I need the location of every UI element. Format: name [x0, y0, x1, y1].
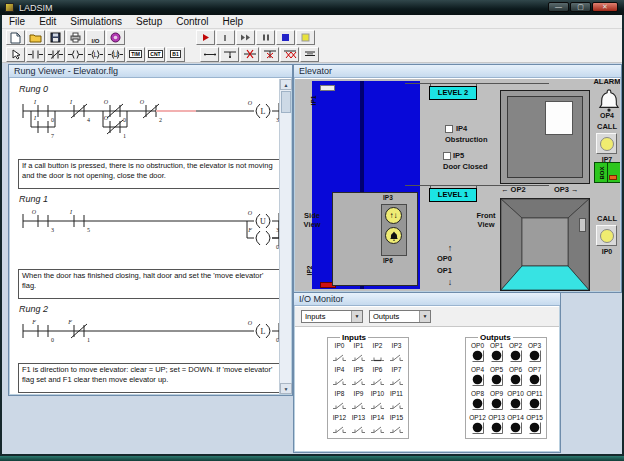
contact-no-button[interactable] — [26, 47, 45, 62]
pointer-icon — [11, 49, 21, 60]
delete-element-button[interactable] — [280, 47, 299, 62]
io-id-label: IP8 — [330, 390, 349, 397]
latch-coil-button[interactable]: L — [86, 47, 105, 62]
menu-help[interactable]: Help — [215, 15, 250, 29]
title-bar[interactable]: LADSIM — ▢ ✕ — [0, 0, 624, 15]
inputs-dropdown[interactable]: Inputs ▼ — [301, 310, 363, 323]
door-closed-checkbox[interactable] — [443, 152, 451, 160]
led-icon — [468, 349, 487, 367]
svg-text:O: O — [248, 210, 253, 216]
switch-icon — [349, 397, 368, 415]
led-icon — [487, 373, 506, 391]
scroll-down-button[interactable]: ▼ — [280, 383, 292, 394]
front-view-label: Front View — [471, 212, 501, 229]
menu-simulations[interactable]: Simulations — [63, 15, 129, 29]
add-horizontal-wire-button[interactable] — [200, 47, 219, 62]
call-bottom-button[interactable] — [596, 225, 617, 246]
input-ip1[interactable]: IP1 — [349, 342, 368, 366]
window-title: LADSIM — [19, 3, 53, 13]
rend-icon — [303, 49, 317, 59]
select-tool-button[interactable] — [6, 47, 25, 62]
delete-vertical-wire-button[interactable] — [260, 47, 279, 62]
rung-viewer-scrollbar[interactable]: ▲ ▼ — [279, 79, 291, 394]
svg-text:0: 0 — [51, 117, 54, 123]
input-ip10[interactable]: IP10 — [368, 390, 387, 414]
svg-text:0: 0 — [123, 117, 126, 123]
up-arrow: ↑ — [444, 243, 456, 253]
input-ip7[interactable]: IP7 — [387, 366, 406, 390]
hwire-icon — [203, 50, 217, 59]
input-ip3[interactable]: IP3 — [387, 342, 406, 366]
input-ip5[interactable]: IP5 — [349, 366, 368, 390]
door-panel — [545, 101, 573, 135]
delh-icon — [243, 49, 257, 59]
input-ip9[interactable]: IP9 — [349, 390, 368, 414]
fast-run-button[interactable] — [236, 30, 255, 45]
coil-icon — [68, 49, 83, 60]
io-id-label: IP4 — [330, 366, 349, 373]
chevron-down-icon[interactable]: ▼ — [419, 311, 430, 322]
io-id-label: IP6 — [368, 366, 387, 373]
open-file-button[interactable] — [26, 30, 45, 45]
add-vertical-wire-button[interactable] — [220, 47, 239, 62]
lift-interior — [500, 198, 590, 291]
run-button[interactable] — [196, 30, 215, 45]
pause-button[interactable] — [256, 30, 275, 45]
menu-file[interactable]: File — [2, 15, 32, 29]
delete-rung-button[interactable] — [300, 47, 319, 62]
maximize-button[interactable]: ▢ — [570, 2, 591, 12]
save-file-button[interactable] — [46, 30, 65, 45]
rung-diagram[interactable]: I0I7I4O0O1O2LO3 — [15, 95, 279, 145]
scroll-up-button[interactable]: ▲ — [280, 79, 292, 90]
obstruction-label: Obstruction — [445, 136, 488, 145]
svg-text:F: F — [247, 227, 252, 233]
coil-button[interactable] — [66, 47, 85, 62]
obstruction-checkbox[interactable] — [445, 125, 453, 133]
rung-diagram[interactable]: O3I5UO3F0 — [15, 205, 279, 253]
input-ip0[interactable]: IP0 — [330, 342, 349, 366]
scroll-thumb[interactable] — [281, 91, 291, 113]
counter-block-button[interactable]: CNT — [146, 47, 165, 62]
io-id-label: OP2 — [506, 342, 525, 349]
input-ip4[interactable]: IP4 — [330, 366, 349, 390]
compare-block-button[interactable]: B1 — [166, 47, 185, 62]
input-ip6[interactable]: IP6 — [368, 366, 387, 390]
led-icon — [506, 373, 525, 391]
close-button[interactable]: ✕ — [592, 2, 618, 12]
contact-nc-button[interactable] — [46, 47, 65, 62]
menu-control[interactable]: Control — [169, 15, 215, 29]
unlatch-coil-button[interactable]: U — [106, 47, 125, 62]
input-ip15[interactable]: IP15 — [387, 414, 406, 438]
halt-button[interactable] — [296, 30, 315, 45]
stop-button[interactable] — [276, 30, 295, 45]
input-ip13[interactable]: IP13 — [349, 414, 368, 438]
call-top-button[interactable] — [596, 133, 617, 154]
download-button[interactable] — [106, 30, 125, 45]
car-alarm-button[interactable] — [385, 227, 402, 244]
delete-horizontal-wire-button[interactable] — [240, 47, 259, 62]
timer-block-button[interactable]: TIM — [126, 47, 145, 62]
new-icon — [10, 32, 21, 44]
input-ip11[interactable]: IP11 — [387, 390, 406, 414]
io-id-label: IP11 — [387, 390, 406, 397]
input-ip8[interactable]: IP8 — [330, 390, 349, 414]
menu-edit[interactable]: Edit — [32, 15, 63, 29]
car-updown-button[interactable]: ↑↓ — [385, 207, 402, 224]
rung-diagram[interactable]: F0F1LO0 — [15, 315, 279, 347]
input-ip2[interactable]: IP2 — [368, 342, 387, 366]
input-ip14[interactable]: IP14 — [368, 414, 387, 438]
input-ip12[interactable]: IP12 — [330, 414, 349, 438]
save-icon — [50, 32, 61, 43]
switch-icon — [349, 349, 368, 367]
menu-setup[interactable]: Setup — [129, 15, 169, 29]
outputs-dropdown[interactable]: Outputs ▼ — [369, 310, 431, 323]
io-config-button[interactable]: I/O — [86, 30, 105, 45]
print-button[interactable] — [66, 30, 85, 45]
side-view-label: Side View — [298, 212, 326, 229]
new-file-button[interactable] — [6, 30, 25, 45]
step-button[interactable] — [216, 30, 235, 45]
minimize-button[interactable]: — — [548, 2, 569, 12]
level2-indicator: LEVEL 2 — [429, 86, 477, 100]
output-op9: OP9 — [487, 390, 506, 414]
chevron-down-icon[interactable]: ▼ — [351, 311, 362, 322]
